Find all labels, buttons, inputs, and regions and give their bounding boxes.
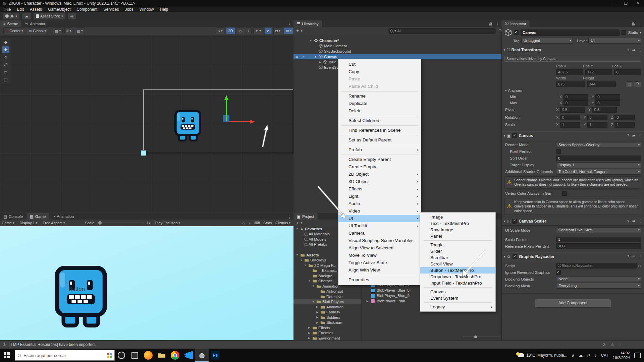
minimize-button[interactable]: — (608, 0, 620, 7)
expand-arrow-icon[interactable]: ▶ (316, 311, 319, 314)
firefox-icon[interactable] (142, 349, 155, 362)
menu-item[interactable]: Delete (338, 107, 421, 115)
project-folder-row[interactable]: ▶Effects (293, 325, 361, 330)
pos-x-field[interactable]: 437.5 (556, 69, 583, 75)
photoshop-icon[interactable]: Ps (209, 349, 222, 362)
tab-scene[interactable]: #Scene (0, 20, 22, 27)
pos-z-field[interactable]: 0 (614, 69, 641, 75)
cloud-button[interactable]: ☁ (22, 13, 31, 20)
2d-mode-button[interactable]: 2D (226, 27, 235, 34)
hierarchy-row[interactable]: ◉☞▼Canvas (293, 54, 501, 59)
account-button[interactable]: JF▾ (3, 13, 20, 20)
hidden-objects-button[interactable]: ⊘ (265, 27, 272, 34)
canvas-component-header[interactable]: ▾▣ Canvas ?⇌⋮ (502, 131, 644, 140)
panel-menu-icon[interactable]: ⋮ (636, 22, 644, 27)
menu-item[interactable]: Create Empty Parent (338, 156, 421, 163)
sort-order-field[interactable]: 0 (556, 156, 641, 161)
project-folder-row[interactable]: ▶Environment (293, 336, 361, 340)
ui-button-label[interactable]: Button (68, 286, 85, 293)
menu-item[interactable]: Create Empty (338, 163, 421, 171)
mute-audio-icon[interactable]: ♪ (249, 221, 251, 225)
menu-item[interactable]: Button - TextMeshPro (420, 267, 495, 274)
menu-item[interactable]: Panel (420, 233, 495, 239)
tab-animation[interactable]: ◔Animation (49, 213, 77, 220)
menu-item[interactable]: Cut (338, 61, 421, 68)
menu-file[interactable]: File (1, 7, 14, 12)
object-name-field[interactable]: Canvas (521, 29, 620, 36)
scale-y-field[interactable]: 1 (587, 122, 607, 128)
vertex-color-checkbox[interactable] (562, 191, 567, 196)
hierarchy-search-input[interactable]: ▾ All (388, 28, 496, 34)
asset-store-button[interactable]: Asset Store▾ (33, 13, 66, 20)
menu-item[interactable]: Align View to Selected (338, 244, 421, 252)
menu-item[interactable]: Duplicate (338, 100, 421, 107)
scale-slider[interactable] (97, 223, 144, 223)
menu-assets[interactable]: Assets (27, 7, 45, 12)
pos-y-field[interactable]: 172 (585, 69, 612, 75)
render-mode-dropdown[interactable]: Screen Space - Overlay (556, 142, 641, 148)
cortana-icon[interactable] (115, 349, 128, 362)
project-folder-row[interactable]: ▼Blob Players (293, 299, 361, 305)
file-explorer-icon[interactable] (155, 349, 168, 362)
menu-item[interactable]: Select Children (338, 117, 421, 124)
menu-item[interactable]: Prefab› (338, 146, 421, 154)
component-enabled-checkbox[interactable] (512, 219, 517, 224)
gizmos-visibility-dropdown[interactable]: ⊕▾ (284, 27, 293, 34)
keyboard-icon[interactable]: ⌨ (254, 221, 260, 225)
menu-window[interactable]: Window (137, 7, 157, 12)
expand-arrow-icon[interactable]: ▶ (318, 61, 322, 64)
scale-x-field[interactable]: 1 (560, 122, 580, 128)
game-view-dropdown[interactable]: Game▾ (2, 221, 14, 225)
menu-item[interactable]: Slider (420, 248, 495, 254)
anchor-max-x-field[interactable]: 0 (564, 100, 588, 106)
anchor-max-y-field[interactable]: 0 (595, 100, 620, 106)
static-dropdown-icon[interactable]: ▾ (640, 31, 641, 34)
menu-item[interactable]: Video› (338, 207, 421, 215)
panel-menu-icon[interactable]: ⋮ (493, 22, 501, 27)
menu-item[interactable]: Raw Image (420, 227, 495, 233)
notifications-muted-icon[interactable]: ⊘ (602, 342, 606, 347)
more-icon[interactable]: ⋮ (638, 48, 642, 52)
rotation-y-field[interactable]: 0 (587, 115, 607, 120)
ui-scale-mode-dropdown[interactable]: Constant Pixel Size (556, 227, 641, 233)
shading-mode-dropdown[interactable]: ◑▾ (216, 27, 224, 34)
tool-handle-pivot-dropdown[interactable]: ⊡Center▾ (3, 27, 25, 34)
eye-icon[interactable]: ◉ (296, 55, 299, 59)
panel-menu-icon[interactable]: ⋮ (285, 22, 293, 27)
project-folder-row[interactable]: Astronaut (293, 289, 361, 294)
menu-item[interactable]: Canvas (420, 289, 495, 295)
blocking-objects-dropdown[interactable]: None (556, 276, 641, 282)
increment-snap-dropdown[interactable]: #▾ (64, 27, 73, 34)
hierarchy-row[interactable]: SkyBackground (293, 49, 501, 54)
expand-arrow-icon[interactable]: ▼ (314, 55, 317, 58)
start-button[interactable] (0, 349, 13, 362)
shader-channels-dropdown[interactable]: TexCoord1, Normal, Tangent (556, 169, 641, 175)
rotation-z-field[interactable]: 0 (614, 115, 635, 120)
maximize-button[interactable]: ❐ (620, 0, 632, 7)
tool-handle-rotation-dropdown[interactable]: ⊕Global▾ (27, 27, 48, 34)
tab-hierarchy[interactable]: ☰Hierarchy (293, 20, 322, 27)
menu-item[interactable]: UI Toolkit› (338, 222, 421, 230)
layer-dropdown[interactable]: UI (588, 38, 641, 44)
canvas-scaler-header[interactable]: ▾◫ Canvas Scaler ?⇌⋮ (502, 217, 644, 226)
panel-menu-icon[interactable]: ⋮ (285, 215, 293, 220)
menu-help[interactable]: Help (157, 7, 171, 12)
stats-button[interactable]: Stats (263, 221, 272, 225)
menu-item[interactable]: Text - TextMeshPro (420, 220, 495, 227)
height-field[interactable]: 344 (587, 81, 616, 87)
lock-icon[interactable] (489, 23, 492, 25)
menu-gameobject[interactable]: GameObject (45, 7, 73, 12)
menu-item[interactable]: Find References in Scene (338, 127, 421, 134)
project-folder-row[interactable]: ▶Animation (293, 304, 361, 310)
snap-settings-dropdown[interactable]: ▥▾ (75, 27, 85, 34)
tray-expand-icon[interactable]: ∧ (572, 353, 574, 358)
expand-arrow-icon[interactable]: ▼ (308, 280, 311, 283)
create-asset-button[interactable]: ＋▾ (295, 220, 302, 226)
pick-icon[interactable]: ☞ (302, 55, 305, 59)
game-viewport[interactable]: Button (0, 226, 293, 340)
menu-component[interactable]: Component (73, 7, 100, 12)
menu-edit[interactable]: Edit (14, 7, 27, 12)
scene-camera-dropdown[interactable]: ◘▾ (273, 27, 282, 34)
move-gizmo[interactable] (0, 35, 293, 213)
task-view-icon[interactable] (128, 349, 142, 362)
